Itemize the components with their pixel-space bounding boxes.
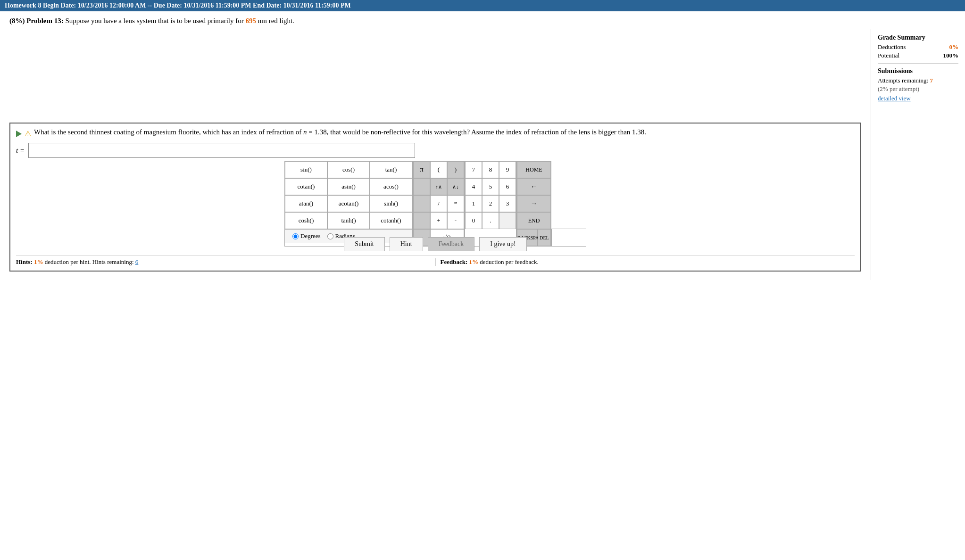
deductions-value: 0%	[949, 43, 959, 51]
empty-space	[8, 34, 863, 119]
give-up-button[interactable]: I give up!	[479, 237, 526, 251]
del-button[interactable]: DEL	[538, 229, 551, 246]
down-arrow-button[interactable]: ∧↓	[447, 178, 464, 195]
grade-divider	[878, 63, 958, 64]
hints-feedback-row: Hints: 1% deduction per hint. Hints rema…	[16, 255, 855, 266]
answer-label: t =	[16, 147, 25, 155]
hints-label: Hints:	[16, 258, 33, 265]
problem-description: Suppose you have a lens system that is t…	[65, 17, 243, 25]
hints-left: Hints: 1% deduction per hint. Hints rema…	[16, 258, 435, 266]
attempts-text: Attempts remaining: 7	[878, 77, 958, 84]
num1-button[interactable]: 1	[465, 195, 482, 212]
question-text: What is the second thinnest coating of m…	[34, 128, 646, 136]
decimal-button[interactable]: .	[482, 212, 499, 229]
num-empty	[499, 212, 516, 229]
hint-button[interactable]: Hint	[390, 237, 423, 251]
num6-button[interactable]: 6	[499, 178, 516, 195]
hints-deduction: 1%	[34, 258, 43, 265]
calculator: sin() cos() tan() cotan() asin() acos() …	[284, 161, 586, 247]
grade-summary-title: Grade Summary	[878, 34, 958, 41]
wavelength-unit: nm red light.	[258, 17, 294, 25]
atan-button[interactable]: atan()	[285, 195, 327, 212]
calculator-wrapper: sin() cos() tan() cotan() asin() acos() …	[16, 161, 855, 247]
per-attempt-text: (2% per attempt)	[878, 85, 958, 93]
empty-cell-2	[413, 195, 430, 212]
tan-button[interactable]: tan()	[370, 161, 412, 178]
submit-button[interactable]: Submit	[344, 237, 384, 251]
n-variable: n	[303, 128, 307, 136]
degrees-radio[interactable]	[292, 233, 299, 239]
close-paren-button[interactable]: )	[447, 161, 464, 178]
degrees-label: Degrees	[300, 232, 321, 240]
potential-row: Potential 100%	[878, 52, 958, 59]
empty-cell-1	[413, 178, 430, 195]
hints-right: Feedback: 1% deduction per feedback.	[435, 258, 855, 266]
sinh-button[interactable]: sinh()	[370, 195, 412, 212]
attempts-value: 7	[930, 77, 933, 84]
num9-button[interactable]: 9	[499, 161, 516, 178]
cotan-button[interactable]: cotan()	[285, 178, 327, 195]
num8-button[interactable]: 8	[482, 161, 499, 178]
divide-button[interactable]: /	[430, 195, 447, 212]
feedback-label: Feedback:	[441, 258, 468, 265]
plus-button[interactable]: +	[430, 212, 447, 229]
potential-value: 100%	[943, 52, 959, 59]
right-arrow-button[interactable]: →	[517, 195, 551, 212]
question-area: ⚠ What is the second thinnest coating of…	[9, 123, 861, 272]
deductions-row: Deductions 0%	[878, 43, 958, 51]
cosh-button[interactable]: cosh()	[285, 212, 327, 229]
end-button[interactable]: END	[517, 212, 551, 229]
pi-button[interactable]: π	[413, 161, 430, 178]
tanh-button[interactable]: tanh()	[327, 212, 370, 229]
left-arrow-button[interactable]: ←	[517, 178, 551, 195]
answer-input[interactable]	[28, 143, 415, 158]
problem-header: (8%) Problem 13: Suppose you have a lens…	[0, 11, 965, 29]
home-button[interactable]: HOME	[517, 161, 551, 178]
question-icons: ⚠	[16, 129, 31, 138]
num5-button[interactable]: 5	[482, 178, 499, 195]
num7-button[interactable]: 7	[465, 161, 482, 178]
action-buttons: Submit Hint Feedback I give up!	[16, 237, 855, 251]
radians-radio[interactable]	[327, 233, 333, 239]
asin-button[interactable]: asin()	[327, 178, 370, 195]
feedback-button: Feedback	[428, 237, 475, 251]
answer-row: t =	[16, 143, 855, 158]
detailed-view-link[interactable]: detailed view	[878, 95, 958, 102]
problem-label: (8%) Problem 13:	[9, 17, 64, 25]
up-arrow-button[interactable]: ↑∧	[430, 178, 447, 195]
empty-cell-3	[413, 212, 430, 229]
multiply-button[interactable]: *	[447, 195, 464, 212]
minus-button[interactable]: -	[447, 212, 464, 229]
deductions-label: Deductions	[878, 43, 906, 51]
question-row: ⚠ What is the second thinnest coating of…	[16, 128, 855, 138]
feedback-deduction: 1%	[469, 258, 479, 265]
sin-button[interactable]: sin()	[285, 161, 327, 178]
play-icon[interactable]	[16, 131, 22, 137]
cos-button[interactable]: cos()	[327, 161, 370, 178]
left-panel: ⚠ What is the second thinnest coating of…	[0, 29, 871, 280]
warning-icon: ⚠	[25, 129, 31, 138]
acos-button[interactable]: acos()	[370, 178, 412, 195]
hints-text: deduction per hint. Hints remaining:	[45, 258, 134, 265]
open-paren-button[interactable]: (	[430, 161, 447, 178]
num2-button[interactable]: 2	[482, 195, 499, 212]
top-bar: Homework 8 Begin Date: 10/23/2016 12:00:…	[0, 0, 965, 11]
num4-button[interactable]: 4	[465, 178, 482, 195]
potential-label: Potential	[878, 52, 899, 59]
attempts-label: Attempts remaining:	[878, 77, 928, 84]
main-content: ⚠ What is the second thinnest coating of…	[0, 29, 965, 280]
top-bar-text: Homework 8 Begin Date: 10/23/2016 12:00:…	[5, 2, 351, 9]
submissions-title: Submissions	[878, 67, 958, 75]
acotan-button[interactable]: acotan()	[327, 195, 370, 212]
degrees-radio-label[interactable]: Degrees	[292, 232, 321, 240]
num0-button[interactable]: 0	[465, 212, 482, 229]
num3-button[interactable]: 3	[499, 195, 516, 212]
feedback-text: deduction per feedback.	[480, 258, 539, 265]
right-panel: Grade Summary Deductions 0% Potential 10…	[871, 29, 965, 280]
cotanh-button[interactable]: cotanh()	[370, 212, 412, 229]
wavelength-value: 695	[245, 17, 256, 25]
hints-remaining[interactable]: 6	[135, 258, 139, 265]
